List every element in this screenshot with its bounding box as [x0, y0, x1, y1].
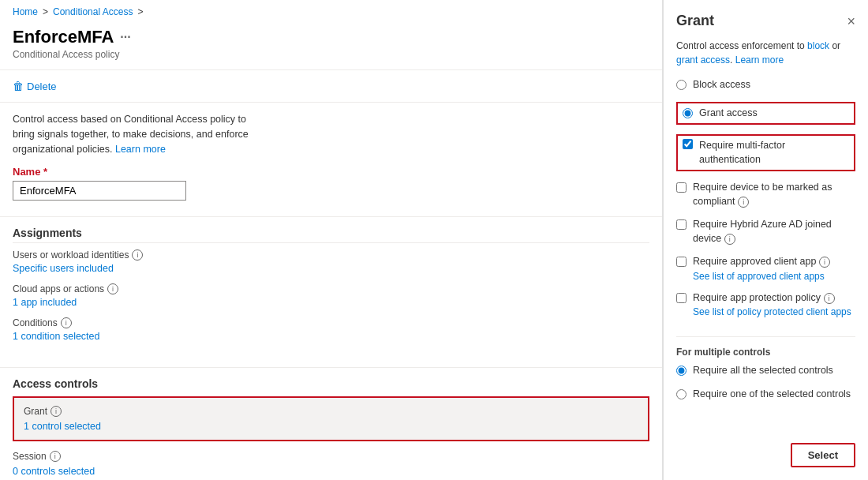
- hybrid-ad-label: Require Hybrid Azure AD joined device: [693, 219, 832, 244]
- session-label: Session i: [13, 451, 649, 462]
- hybrid-ad-info-icon: i: [724, 234, 735, 245]
- mfa-label: Require multi-factor authentication: [699, 139, 849, 167]
- grant-access-radio[interactable]: [683, 108, 693, 118]
- approved-client-option: Require approved client app i See list o…: [676, 255, 855, 282]
- access-controls-section: Access controls Grant i 1 control select…: [0, 377, 662, 480]
- access-controls-title: Access controls: [13, 377, 649, 390]
- session-box: Session i 0 controls selected: [13, 451, 649, 477]
- select-button[interactable]: Select: [791, 443, 855, 467]
- approved-client-info-icon: i: [819, 257, 830, 268]
- panel-desc-text: Control access enforcement to: [676, 40, 807, 51]
- app-protection-label: Require app protection policy: [693, 292, 821, 303]
- app-protection-sublabel[interactable]: See list of policy protected client apps: [693, 306, 851, 317]
- grant-box[interactable]: Grant i 1 control selected: [13, 396, 649, 441]
- right-panel: Grant × Control access enforcement to bl…: [663, 0, 868, 480]
- cloud-apps-value[interactable]: 1 app included: [13, 297, 77, 308]
- users-label: Users or workload identities i: [13, 249, 649, 261]
- device-compliant-info-icon: i: [738, 197, 749, 208]
- grant-box-label: Grant i: [24, 406, 638, 417]
- page-title-container: EnforceMFA ···: [13, 27, 649, 47]
- toolbar: 🗑 Delete: [0, 69, 662, 103]
- grant-info-icon: i: [51, 406, 62, 417]
- app-protection-checkbox[interactable]: [676, 293, 687, 303]
- main-content: Home > Conditional Access > EnforceMFA ·…: [0, 0, 663, 480]
- device-compliant-label: Require device to be marked as compliant: [693, 182, 832, 207]
- mfa-option-highlight: Require multi-factor authentication: [676, 134, 855, 171]
- breadcrumb-conditional-access[interactable]: Conditional Access: [53, 6, 133, 17]
- breadcrumb-sep-1: >: [43, 6, 48, 17]
- breadcrumb: Home > Conditional Access >: [0, 0, 662, 24]
- page-title: EnforceMFA: [13, 27, 114, 47]
- block-access-radio[interactable]: [676, 80, 687, 90]
- device-compliant-option: Require device to be marked as compliant…: [676, 181, 855, 208]
- panel-title: Grant: [676, 13, 714, 29]
- grant-access-highlight: Grant access: [676, 102, 855, 126]
- description-learn-more[interactable]: Learn more: [115, 144, 166, 155]
- session-value[interactable]: 0 controls selected: [13, 466, 95, 477]
- mfa-checkbox[interactable]: [683, 139, 693, 149]
- page-subtitle: Conditional Access policy: [13, 49, 649, 60]
- page-header: EnforceMFA ··· Conditional Access policy: [0, 24, 662, 69]
- close-button[interactable]: ×: [847, 14, 855, 28]
- description: Control access based on Conditional Acce…: [0, 112, 268, 166]
- hybrid-ad-checkbox[interactable]: [676, 219, 687, 230]
- device-compliant-checkbox[interactable]: [676, 182, 687, 193]
- users-info-icon: i: [132, 249, 143, 261]
- panel-grant-link[interactable]: grant access: [676, 54, 730, 66]
- name-label: Name *: [13, 166, 649, 178]
- for-multiple-label: For multiple controls: [676, 347, 855, 358]
- assignments-title: Assignments: [13, 227, 649, 243]
- conditions-value[interactable]: 1 condition selected: [13, 331, 100, 342]
- page-title-more[interactable]: ···: [120, 30, 130, 44]
- grant-value[interactable]: 1 control selected: [24, 421, 101, 432]
- approved-client-sublabel[interactable]: See list of approved client apps: [693, 271, 830, 282]
- session-info-icon: i: [50, 451, 61, 462]
- panel-header: Grant ×: [676, 13, 855, 29]
- require-one-option: Require one of the selected controls: [676, 388, 855, 402]
- require-all-radio[interactable]: [676, 366, 687, 376]
- hybrid-ad-option: Require Hybrid Azure AD joined device i: [676, 218, 855, 246]
- delete-label: Delete: [27, 81, 57, 92]
- breadcrumb-sep-2: >: [137, 6, 143, 17]
- conditions-assignment: Conditions i 1 condition selected: [13, 317, 649, 342]
- panel-description: Control access enforcement to block or g…: [676, 39, 855, 67]
- delete-button[interactable]: 🗑 Delete: [13, 77, 57, 96]
- app-protection-info-icon: i: [824, 293, 835, 304]
- panel-footer: Select: [676, 433, 855, 467]
- assignments-section: Assignments Users or workload identities…: [0, 227, 662, 361]
- grant-access-label: Grant access: [699, 107, 758, 121]
- require-one-radio[interactable]: [676, 389, 687, 399]
- require-one-label: Require one of the selected controls: [693, 388, 851, 402]
- cloud-apps-info-icon: i: [107, 283, 118, 294]
- cloud-apps-label: Cloud apps or actions i: [13, 283, 649, 294]
- require-all-option: Require all the selected controls: [676, 364, 855, 378]
- conditions-label: Conditions i: [13, 317, 649, 328]
- users-value[interactable]: Specific users included: [13, 263, 114, 274]
- app-protection-option: Require app protection policy i See list…: [676, 291, 855, 318]
- block-access-label: Block access: [693, 78, 750, 92]
- approved-client-label: Require approved client app: [693, 256, 816, 267]
- cloud-apps-assignment: Cloud apps or actions i 1 app included: [13, 283, 649, 308]
- conditions-info-icon: i: [61, 317, 72, 328]
- panel-learn-more[interactable]: Learn more: [735, 54, 784, 66]
- breadcrumb-home[interactable]: Home: [13, 6, 38, 17]
- users-assignment: Users or workload identities i Specific …: [13, 249, 649, 274]
- delete-icon: 🗑: [13, 80, 24, 92]
- name-input[interactable]: [13, 181, 186, 201]
- name-section: Name *: [0, 166, 662, 210]
- require-all-label: Require all the selected controls: [693, 364, 833, 378]
- panel-block-link[interactable]: block: [807, 40, 829, 51]
- approved-client-checkbox[interactable]: [676, 257, 687, 267]
- block-access-option: Block access: [676, 78, 855, 92]
